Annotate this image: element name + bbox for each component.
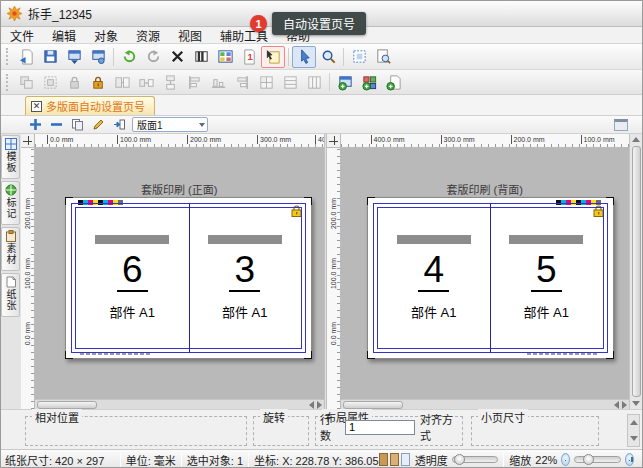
menu-resource[interactable]: 资源 — [127, 27, 169, 44]
annotation-badge: 1 — [250, 15, 267, 32]
add-sheet-button[interactable] — [333, 71, 357, 93]
horizontal-scrollbar-back[interactable] — [341, 399, 630, 409]
scroll-down-icon[interactable] — [632, 401, 640, 406]
scroll-right-icon[interactable] — [317, 401, 322, 409]
mirror-vertical-button[interactable] — [158, 71, 182, 93]
scrollbar-thumb[interactable] — [343, 401, 403, 409]
assign-layout-button[interactable] — [111, 117, 127, 132]
canvas-front[interactable]: 套版印刷 (正面) 6 部件 A1 — [35, 148, 324, 409]
group-button[interactable] — [14, 71, 38, 93]
scroll-left-icon[interactable] — [309, 401, 314, 409]
opacity-slider[interactable] — [452, 456, 499, 463]
scrollbar-thumb[interactable] — [37, 401, 97, 409]
page-cell[interactable]: 5 部件 A1 — [490, 208, 603, 348]
save-button[interactable] — [38, 46, 62, 68]
layout-select[interactable]: 版面1 — [132, 117, 208, 132]
unlock-key-button[interactable] — [86, 71, 110, 93]
side-tab-template[interactable]: 模板 — [1, 135, 20, 179]
scroll-up-icon[interactable] — [632, 137, 640, 142]
scroll-left-icon[interactable] — [614, 401, 619, 409]
ruler-label: 100.0 mm — [24, 256, 31, 292]
import-window-button[interactable] — [62, 46, 86, 68]
swap-pages-button[interactable] — [110, 71, 134, 93]
scrollbar-thumb[interactable] — [632, 146, 641, 397]
split-columns-icon — [306, 74, 323, 91]
side-tab-marks[interactable]: 标记 — [1, 181, 20, 225]
slider-thumb[interactable] — [583, 454, 594, 465]
canvas-back[interactable]: 套版印刷 (背面) 4 部件 A1 — [341, 148, 630, 409]
page-cell[interactable]: 6 部件 A1 — [76, 208, 189, 348]
layer-opacity-icon[interactable] — [401, 453, 410, 466]
group-rotation: 旋转 — [253, 416, 309, 446]
undo-button[interactable] — [117, 46, 141, 68]
add-page-button[interactable] — [381, 71, 405, 93]
imposition-template-button[interactable] — [213, 46, 237, 68]
auto-page-number-button[interactable] — [261, 46, 285, 68]
menu-file[interactable]: 文件 — [1, 27, 43, 44]
add-layout-button[interactable] — [27, 117, 43, 132]
ungroup-button[interactable] — [38, 71, 62, 93]
delete-button[interactable] — [165, 46, 189, 68]
ruler-label: 0.0 mm — [629, 135, 630, 144]
vertical-scrollbar[interactable] — [629, 134, 642, 409]
fit-view-button[interactable] — [347, 46, 371, 68]
coordinates-status: 坐标: X: 228.78 Y: 386.05 — [254, 452, 379, 468]
zoom-tool-button[interactable] — [316, 46, 340, 68]
layer-view-icon[interactable] — [379, 453, 388, 466]
redo-button[interactable] — [141, 46, 165, 68]
split-rows-button[interactable] — [278, 71, 302, 93]
sheet-front[interactable]: 6 部件 A1 3 部件 A1 — [65, 197, 312, 359]
toolbar-grip — [6, 48, 11, 65]
document-tab[interactable]: ✕ 多版面自动设置页号 — [25, 96, 155, 115]
ruler-label: 300.0 mm — [441, 135, 475, 144]
scroll-down-icon[interactable] — [630, 436, 638, 441]
copy-layout-button[interactable] — [69, 117, 85, 132]
delete-icon — [169, 48, 186, 65]
align-bottom-icon — [210, 74, 227, 91]
add-imposition-icon — [361, 74, 378, 91]
page-cell[interactable]: 3 部件 A1 — [189, 208, 302, 348]
scroll-up-icon[interactable] — [630, 420, 638, 425]
properties-panel: 相对位置 旋转 布局属性 行数 对齐方式 小页尺寸 — [1, 409, 642, 449]
preview-button[interactable] — [371, 46, 395, 68]
align-right-button[interactable] — [230, 71, 254, 93]
import-window-icon — [66, 48, 83, 65]
edit-layout-button[interactable] — [90, 117, 106, 132]
horizontal-scrollbar-front[interactable] — [35, 399, 324, 409]
side-tab-paper[interactable]: 纸张 — [1, 273, 20, 317]
mirror-horizontal-button[interactable] — [134, 71, 158, 93]
export-window-button[interactable] — [86, 46, 110, 68]
side-tab-label: 模板 — [3, 151, 18, 173]
ruler-label: 200.0 mm — [511, 135, 545, 144]
lock-button[interactable] — [62, 71, 86, 93]
layer-blend-icon[interactable] — [390, 453, 399, 466]
ruler-label: 400.0 mm — [315, 135, 324, 144]
panel-scrollbar[interactable] — [627, 414, 640, 447]
page-number-button[interactable]: 1 — [237, 46, 261, 68]
add-imposition-button[interactable] — [357, 71, 381, 93]
split-view-button[interactable] — [254, 71, 278, 93]
split-columns-button[interactable] — [302, 71, 326, 93]
slider-thumb[interactable] — [454, 454, 465, 465]
header-bar — [509, 235, 583, 244]
page-cell[interactable]: 4 部件 A1 — [378, 208, 491, 348]
align-bottom-button[interactable] — [206, 71, 230, 93]
menu-view[interactable]: 视图 — [169, 27, 211, 44]
select-tool-button[interactable] — [292, 46, 316, 68]
menu-edit[interactable]: 编辑 — [43, 27, 85, 44]
scroll-right-icon[interactable] — [622, 401, 627, 409]
menu-object[interactable]: 对象 — [85, 27, 127, 44]
zoom-out-button[interactable] — [561, 453, 570, 466]
side-tab-material[interactable]: 素材 — [1, 227, 20, 271]
rows-input[interactable] — [345, 420, 415, 435]
remove-layout-button[interactable] — [48, 117, 64, 132]
sheet-back[interactable]: 4 部件 A1 5 部件 A1 — [367, 197, 614, 359]
align-left-button[interactable] — [182, 71, 206, 93]
zoom-slider[interactable] — [574, 456, 621, 463]
imposition-template-icon — [217, 48, 234, 65]
zoom-in-button[interactable] — [625, 453, 634, 466]
view-columns-button[interactable] — [189, 46, 213, 68]
tab-close-icon[interactable]: ✕ — [31, 101, 42, 112]
open-template-button[interactable] — [14, 46, 38, 68]
panel-toggle-icon[interactable] — [614, 119, 628, 131]
